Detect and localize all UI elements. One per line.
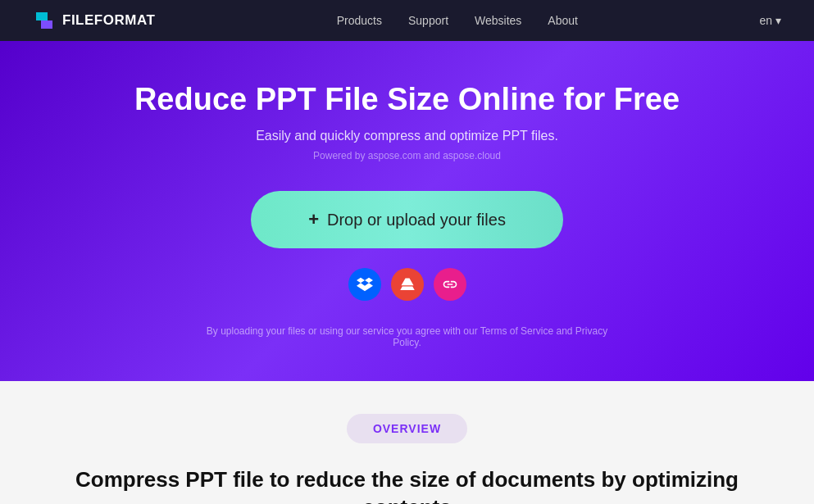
nav-websites[interactable]: Websites: [475, 14, 521, 27]
svg-marker-0: [36, 12, 48, 20]
terms-text: By uploading your files or using our ser…: [202, 325, 612, 348]
logo-text: FILEFORMAT: [62, 12, 155, 29]
logo[interactable]: FILEFORMAT: [33, 9, 155, 32]
overview-badge: OVERVIEW: [347, 414, 467, 443]
language-label: en: [759, 14, 772, 27]
upload-button[interactable]: + Drop or upload your files: [251, 191, 563, 248]
logo-icon: [33, 9, 56, 32]
upload-btn-label: Drop or upload your files: [327, 211, 506, 229]
hero-subtitle: Easily and quickly compress and optimize…: [256, 129, 558, 143]
overview-section: OVERVIEW Compress PPT file to reduce the…: [0, 381, 814, 504]
navbar-links: Products Support Websites About: [337, 14, 578, 27]
link-icon[interactable]: [434, 268, 466, 301]
cloud-service-icons: [348, 268, 466, 301]
overview-title: Compress PPT file to reduce the size of …: [66, 466, 748, 504]
nav-about[interactable]: About: [548, 14, 578, 27]
nav-support[interactable]: Support: [408, 14, 448, 27]
hero-powered: Powered by aspose.com and aspose.cloud: [313, 150, 501, 161]
hero-section: Reduce PPT File Size Online for Free Eas…: [0, 41, 814, 381]
language-selector[interactable]: en ▾: [759, 14, 781, 27]
navbar: FILEFORMAT Products Support Websites Abo…: [0, 0, 814, 41]
svg-marker-1: [41, 20, 52, 29]
dropbox-icon[interactable]: [348, 268, 381, 301]
nav-products[interactable]: Products: [337, 14, 382, 27]
google-drive-icon[interactable]: [391, 268, 424, 301]
plus-icon: +: [308, 209, 319, 230]
hero-title: Reduce PPT File Size Online for Free: [134, 82, 680, 117]
chevron-down-icon: ▾: [775, 14, 781, 27]
